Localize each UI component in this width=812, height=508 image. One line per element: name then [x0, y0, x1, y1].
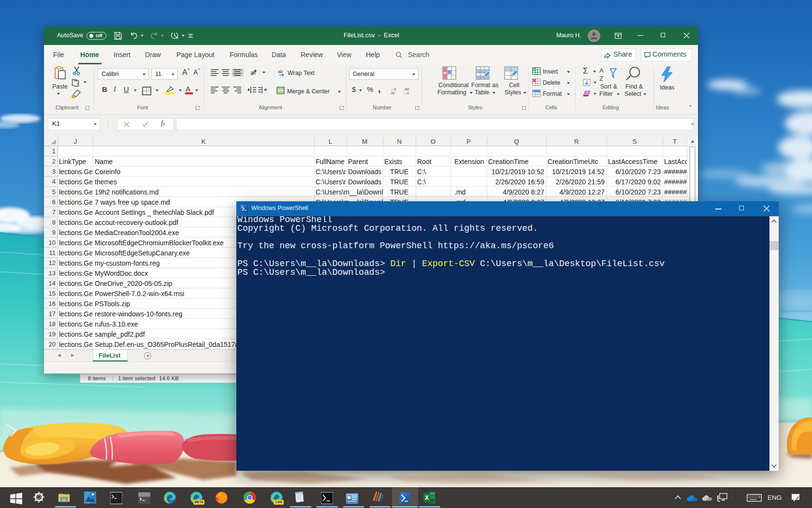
svg-text:ab: ab — [278, 69, 283, 74]
svg-text:A: A — [599, 67, 604, 74]
svg-text:ab: ab — [250, 70, 256, 75]
svg-text:←0: ←0 — [390, 87, 396, 91]
svg-text:.00: .00 — [404, 87, 409, 91]
svg-text:.00: .00 — [390, 91, 395, 95]
svg-text:X: X — [425, 494, 429, 501]
svg-text:Z: Z — [599, 75, 603, 82]
svg-text:→0: →0 — [404, 91, 409, 95]
